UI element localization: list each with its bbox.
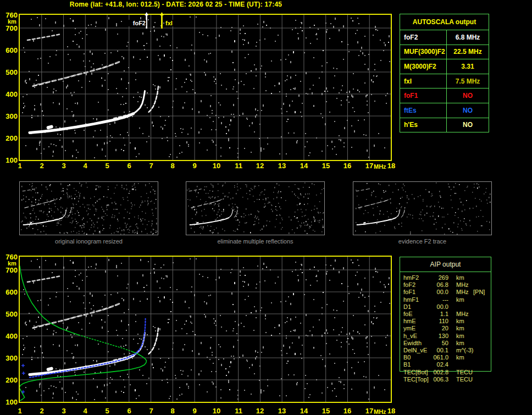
parameter-label: foF1 — [400, 88, 447, 103]
aip-value: 006.3 — [412, 376, 448, 383]
x-tick-label: 4 — [79, 162, 92, 170]
aip-unit: TECU — [456, 376, 473, 383]
top-ionogram-plot — [19, 12, 391, 161]
fxi-marker-label: fxI — [165, 20, 180, 26]
x-tick-label: 15 — [319, 162, 332, 170]
parameter-value: 7.5 MHz — [447, 74, 489, 88]
y-tick-label: 500 — [1, 310, 18, 318]
y-tick-label: 700 — [1, 24, 18, 32]
autoscala-table-title: AUTOSCALA output — [400, 14, 489, 30]
aip-table-row: h_vE130km — [400, 333, 491, 340]
aip-table-row: D100.0 — [400, 303, 491, 311]
x-tick-label: 10 — [210, 162, 223, 170]
x-tick-label: 3 — [57, 162, 70, 170]
x-tick-label: 8 — [166, 162, 179, 170]
autoscala-table-row: M(3000)F23.31 — [400, 59, 489, 74]
x-tick-label: 7 — [145, 162, 158, 170]
aip-unit: km — [456, 333, 464, 339]
aip-table-row: hmF2269km — [400, 274, 491, 281]
parameter-value: 6.8 MHz — [447, 30, 489, 45]
thumbnail-caption: eliminate multiple reflections — [186, 238, 325, 245]
y-tick-label: 200 — [1, 134, 18, 142]
x-tick-label: 9 — [188, 162, 201, 170]
aip-label: B0 — [403, 354, 411, 361]
aip-table-row: DelN_vE00.1m^(-3) — [400, 347, 491, 354]
aip-value: 02.4 — [412, 361, 448, 368]
aip-value: 20 — [412, 325, 448, 331]
x-tick-label: 1 — [13, 407, 26, 415]
y-axis-unit-label: km — [8, 18, 16, 25]
y-tick-label: 600 — [1, 288, 18, 296]
y-tick-label: 100 — [1, 398, 18, 406]
aip-value: 1.1 — [412, 311, 448, 317]
aip-unit: MHz — [456, 289, 469, 295]
aip-unit: km — [456, 296, 464, 303]
aip-table-row: hmE110km — [400, 318, 491, 325]
x-tick-label: 13 — [275, 162, 289, 170]
aip-unit: km — [456, 274, 464, 281]
parameter-label: M(3000)F2 — [400, 59, 447, 74]
aip-note: [PN] — [473, 289, 485, 295]
aip-value: 130 — [412, 333, 448, 339]
thumbnail-evidence-f2-trace — [353, 181, 492, 235]
x-axis-unit-label: MHz — [374, 408, 386, 415]
aip-label: B1 — [403, 361, 411, 368]
parameter-value: NO — [447, 118, 489, 132]
x-axis-unit-label: MHz — [374, 163, 386, 170]
aip-value: 269 — [412, 274, 448, 281]
aip-table-row: foF100.0MHz[PN] — [400, 289, 491, 296]
x-tick-label: 18 — [385, 162, 398, 170]
parameter-value: 3.31 — [447, 59, 489, 74]
autoscala-table-row: h'EsNO — [400, 118, 489, 132]
parameter-label: h'Es — [400, 118, 447, 132]
aip-table-row: B102.4 — [400, 361, 491, 368]
y-tick-label: 600 — [1, 46, 18, 54]
aip-label: D1 — [403, 303, 411, 310]
autoscala-output-table: AUTOSCALA output foF26.8 MHzMUF(3000)F22… — [400, 14, 489, 132]
autoscala-table-row: fxI7.5 MHz — [400, 74, 489, 88]
aip-unit: km — [456, 318, 464, 324]
autoscala-table-row: foF1NO — [400, 88, 489, 103]
thumbnail-eliminate-reflections — [186, 181, 325, 235]
x-tick-label: 15 — [319, 407, 332, 415]
aip-table-row: TEC[Bot]002.8TECU — [400, 369, 491, 376]
aip-unit: km — [456, 340, 464, 346]
aip-value: 002.8 — [412, 369, 448, 375]
aip-table-row: foE1.1MHz — [400, 311, 491, 318]
aip-value: 06.8 — [412, 281, 448, 288]
x-tick-label: 6 — [123, 162, 136, 170]
aip-table-row: hmF1---km — [400, 296, 491, 303]
aip-value: 00.0 — [412, 303, 448, 310]
y-axis-unit-label: km — [8, 260, 16, 267]
aip-unit: km — [456, 354, 464, 361]
autoscala-table-row: ftEsNO — [400, 103, 489, 118]
parameter-label: foF2 — [400, 30, 447, 45]
x-tick-label: 9 — [188, 407, 201, 415]
x-tick-label: 11 — [232, 407, 245, 415]
thumbnail-caption: evidence F2 trace — [353, 238, 492, 245]
aip-unit: TECU — [456, 369, 473, 375]
aip-table-row: foF206.8MHz — [400, 281, 491, 289]
x-tick-label: 18 — [385, 407, 398, 415]
x-tick-label: 2 — [35, 407, 48, 415]
x-tick-label: 6 — [123, 407, 136, 415]
y-tick-label: 400 — [1, 90, 18, 98]
autoscala-output-screen: Rome (lat: +41.8, lon: 012.5) - DATE: 20… — [0, 0, 532, 415]
bottom-ionogram-plot — [19, 256, 391, 402]
x-tick-label: 2 — [35, 162, 48, 170]
x-tick-label: 13 — [275, 407, 289, 415]
y-tick-label: 500 — [1, 68, 18, 76]
fof2-marker-label: foF2 — [129, 20, 146, 26]
y-tick-label: 700 — [1, 266, 18, 274]
parameter-label: MUF(3000)F2 — [400, 45, 447, 59]
aip-value: 50 — [412, 340, 448, 346]
y-tick-label: 300 — [1, 354, 18, 362]
aip-table-row: Ewidth50km — [400, 340, 491, 347]
aip-unit: km — [456, 325, 464, 331]
aip-value: 00.0 — [412, 289, 448, 295]
x-tick-label: 7 — [145, 407, 158, 415]
y-tick-label: 300 — [1, 112, 18, 120]
x-tick-label: 8 — [166, 407, 179, 415]
thumbnail-original-ionogram — [19, 181, 158, 235]
aip-value: --- — [412, 296, 448, 303]
